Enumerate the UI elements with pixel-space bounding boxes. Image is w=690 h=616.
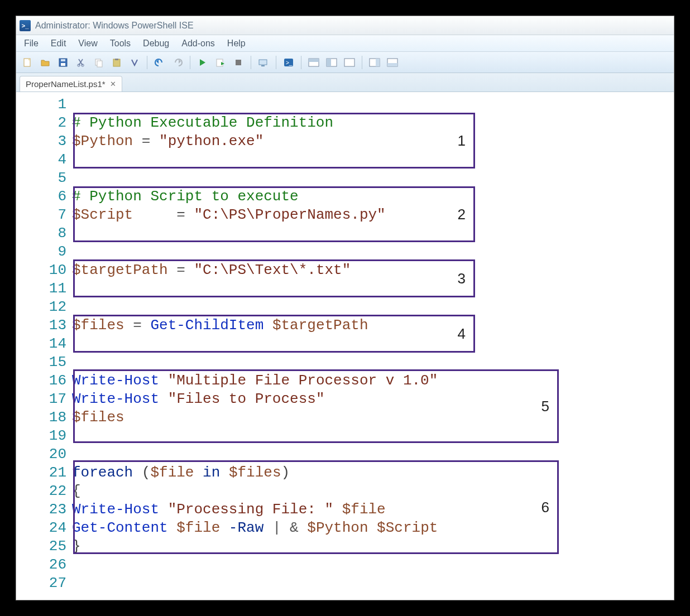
code-line — [72, 335, 669, 353]
code-line: $Python = "python.exe" — [72, 132, 669, 151]
code-line: $files — [72, 408, 669, 427]
code-line: Write-Host "Multiple File Processor v 1.… — [72, 372, 669, 390]
menu-help[interactable]: Help — [222, 37, 251, 50]
ise-window: >_ Administrator: Windows PowerShell ISE… — [16, 16, 674, 600]
tab-label: ProperNameList.ps1* — [26, 79, 106, 89]
menu-debug[interactable]: Debug — [137, 37, 175, 50]
code-line: $targetPath = "C:\PS\Text\*.txt" — [72, 261, 669, 280]
code-area[interactable]: # Python Executable Definition $Python =… — [72, 92, 674, 600]
svg-rect-24 — [387, 63, 397, 66]
svg-rect-2 — [61, 63, 65, 66]
code-line — [72, 95, 669, 114]
code-line — [72, 556, 669, 574]
menubar: File Edit View Tools Debug Add-ons Help — [16, 35, 674, 52]
editor[interactable]: 1234567891011121314151617181920212223242… — [16, 92, 674, 600]
run-icon[interactable] — [195, 55, 210, 70]
powershell-icon[interactable]: >_ — [281, 55, 296, 70]
titlebar: >_ Administrator: Windows PowerShell ISE — [16, 16, 674, 35]
code-line: { — [72, 482, 669, 501]
new-file-icon[interactable] — [20, 55, 35, 70]
toolbar-separator — [190, 56, 190, 69]
menu-view[interactable]: View — [73, 37, 103, 50]
code-line: # Python Script to execute — [72, 187, 669, 206]
toolbar-separator — [362, 56, 362, 69]
cut-icon[interactable] — [73, 55, 89, 70]
svg-rect-9 — [115, 59, 118, 60]
svg-rect-7 — [97, 61, 102, 67]
layout-max-icon[interactable] — [342, 55, 357, 70]
addons-pane-icon[interactable] — [385, 55, 400, 70]
remote-icon[interactable] — [256, 55, 271, 70]
code-line — [72, 298, 669, 316]
copy-icon[interactable] — [91, 55, 107, 70]
code-line: Write-Host "Files to Process" — [72, 390, 669, 408]
code-line — [72, 224, 669, 243]
code-line — [72, 427, 669, 445]
code-line: } — [72, 537, 669, 556]
svg-rect-3 — [61, 59, 65, 61]
tabbar: ProperNameList.ps1* ✕ — [16, 73, 674, 92]
menu-edit[interactable]: Edit — [45, 37, 72, 50]
redo-icon[interactable] — [170, 55, 185, 70]
toolbar-separator — [251, 56, 251, 69]
code-line — [72, 151, 669, 169]
code-line — [72, 280, 669, 298]
stop-icon[interactable] — [231, 55, 246, 70]
layout-script-top-icon[interactable] — [306, 55, 322, 70]
clear-icon[interactable] — [127, 55, 142, 70]
run-selection-icon[interactable] — [213, 55, 228, 70]
powershell-app-icon: >_ — [20, 20, 31, 31]
toolbar-separator — [276, 56, 276, 69]
menu-file[interactable]: File — [18, 37, 44, 50]
code-line — [72, 445, 669, 464]
svg-text:>_: >_ — [286, 60, 293, 66]
toolbar-separator — [301, 56, 301, 69]
code-line: # Python Executable Definition — [72, 114, 669, 132]
svg-rect-13 — [261, 65, 265, 66]
toolbar: >_ — [16, 52, 674, 73]
paste-icon[interactable] — [109, 55, 124, 70]
command-pane-icon[interactable] — [367, 55, 382, 70]
open-folder-icon[interactable] — [37, 55, 53, 70]
code-line — [72, 243, 669, 261]
svg-rect-11 — [236, 60, 241, 65]
svg-rect-20 — [344, 59, 354, 66]
code-line — [72, 353, 669, 372]
toolbar-separator — [147, 56, 147, 69]
code-line: $Script = "C:\PS\ProperNames.py" — [72, 206, 669, 224]
code-line: Get-Content $file -Raw | & $Python $Scri… — [72, 519, 669, 537]
undo-icon[interactable] — [152, 55, 167, 70]
menu-addons[interactable]: Add-ons — [176, 37, 221, 50]
code-line: Write-Host "Processing File: " $file — [72, 501, 669, 519]
code-line: $files = Get-ChildItem $targetPath — [72, 316, 669, 335]
close-icon[interactable]: ✕ — [110, 80, 116, 88]
code-line — [72, 169, 669, 187]
menu-tools[interactable]: Tools — [104, 37, 136, 50]
window-title: Administrator: Windows PowerShell ISE — [35, 21, 194, 31]
layout-side-icon[interactable] — [324, 55, 339, 70]
svg-rect-17 — [309, 59, 319, 62]
line-number-gutter: 1234567891011121314151617181920212223242… — [16, 92, 72, 600]
svg-rect-22 — [376, 59, 380, 66]
svg-rect-12 — [259, 60, 267, 65]
svg-rect-19 — [327, 59, 331, 66]
save-icon[interactable] — [55, 55, 71, 70]
file-tab[interactable]: ProperNameList.ps1* ✕ — [20, 76, 122, 92]
code-line: foreach ($file in $files) — [72, 464, 669, 482]
code-line — [72, 574, 669, 593]
